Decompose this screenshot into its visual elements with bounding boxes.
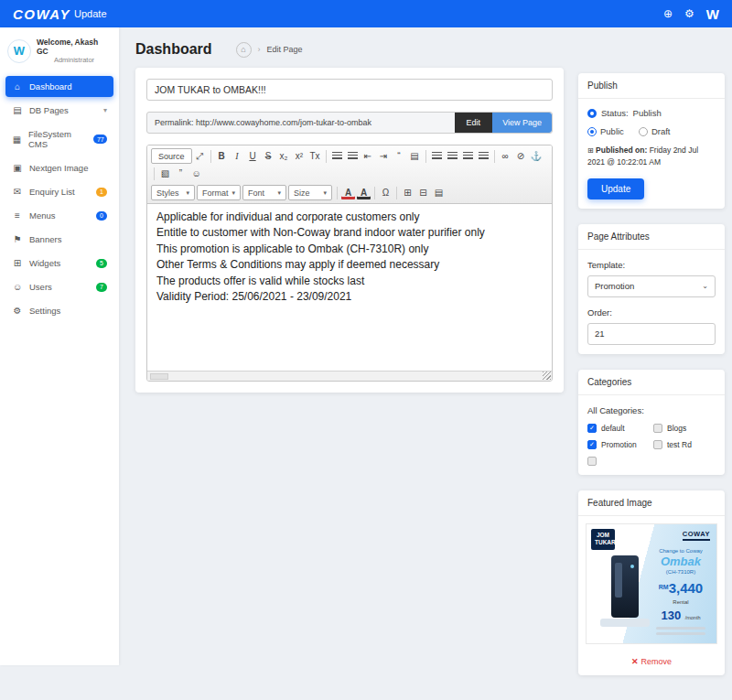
subscript-button[interactable]: x₂ — [276, 148, 292, 164]
align-right-icon[interactable] — [460, 148, 476, 164]
published-on: Published on: Friday 2nd Jul 2021 @ 10:2… — [587, 145, 716, 169]
fine-print-line — [656, 627, 705, 630]
checkbox-checked-icon — [587, 424, 597, 433]
categories-panel: Categories All Categories: default Blogs… — [578, 370, 725, 475]
size-select[interactable]: Size▾ — [288, 185, 332, 200]
toolbar-separator — [494, 150, 495, 163]
page-title: Dashboard — [135, 41, 212, 58]
topbar-actions: W — [663, 6, 719, 22]
horizontal-rule-button[interactable]: ⊟ — [415, 185, 431, 200]
status-label: Status: — [601, 108, 629, 118]
indent-button[interactable]: ⇥ — [376, 148, 392, 164]
category-test-rd[interactable]: test Rd — [653, 440, 716, 449]
home-icon[interactable]: ⌂ — [236, 42, 252, 58]
editor-toolbar-row2: Styles▾Format▾Font▾Size▾AAΩ⊞⊟▤ — [151, 184, 548, 201]
sidebar-item-label: DB Pages — [29, 105, 69, 115]
underline-button[interactable]: U — [245, 148, 261, 164]
template-label: Template: — [587, 260, 716, 270]
category-blogs[interactable]: Blogs — [653, 424, 716, 433]
rental-label: Rental — [643, 599, 717, 607]
radio-draft[interactable]: Draft — [639, 126, 671, 136]
sidebar-item-nextgen-image[interactable]: Nextgen Image — [5, 157, 113, 178]
styles-select[interactable]: Styles▾ — [151, 185, 195, 200]
unlink-button[interactable]: ⊘ — [513, 148, 529, 164]
sidebar-item-label: Menus — [29, 210, 56, 221]
numbered-list-icon[interactable] — [329, 148, 345, 164]
category-default[interactable]: default — [587, 424, 650, 433]
globe-icon[interactable] — [663, 8, 673, 19]
bold-button[interactable]: B — [214, 148, 230, 164]
category-promotion[interactable]: Promotion — [587, 440, 650, 449]
maximize-icon[interactable]: ⤢ — [192, 148, 208, 164]
blockquote-button[interactable]: “ — [392, 148, 407, 164]
anchor-button[interactable]: ⚓ — [529, 148, 544, 164]
align-justify-icon[interactable] — [476, 148, 491, 164]
table-button[interactable]: ⊞ — [400, 185, 415, 200]
page-break-button[interactable]: ▤ — [431, 185, 447, 200]
superscript-button[interactable]: x² — [292, 148, 307, 164]
editor-body[interactable]: Applicable for individual and corporate … — [147, 204, 552, 371]
radio-draft-label: Draft — [651, 126, 671, 136]
sidebar-item-menus[interactable]: Menus 0 — [5, 205, 113, 226]
sidebar-item-widgets[interactable]: Widgets 5 — [5, 253, 113, 274]
view-page-button[interactable]: View Page — [492, 113, 552, 133]
outdent-button[interactable]: ⇤ — [361, 148, 376, 164]
align-center-icon[interactable] — [445, 148, 460, 164]
page-header: Dashboard ⌂ › Edit Page — [135, 41, 564, 58]
resize-grip[interactable] — [543, 372, 551, 380]
strikethrough-button[interactable]: S — [261, 148, 276, 164]
sidebar-menu: Dashboard DB Pages ▾ FileSystem CMS 77 N… — [0, 72, 119, 328]
gears-icon[interactable] — [684, 8, 694, 19]
bulleted-list-icon[interactable] — [345, 148, 361, 164]
chevron-right-icon: › — [258, 45, 261, 54]
sidebar-item-users[interactable]: Users 7 — [5, 276, 113, 297]
sidebar-item-banners[interactable]: Banners — [5, 229, 113, 250]
sidebar-item-db-pages[interactable]: DB Pages ▾ — [5, 100, 113, 121]
avatar: W — [7, 39, 31, 63]
category-empty[interactable] — [587, 457, 650, 466]
count-badge: 1 — [96, 188, 107, 197]
text-color-button[interactable]: A — [340, 185, 356, 200]
logo-suffix: Update — [74, 8, 106, 19]
category-label: default — [601, 424, 625, 433]
source-button[interactable]: Source — [151, 148, 192, 164]
align-left-icon[interactable] — [429, 148, 445, 164]
element-path-chip[interactable] — [150, 373, 168, 380]
role-text: Administrator — [37, 56, 112, 64]
category-label: test Rd — [667, 440, 692, 449]
edit-permalink-button[interactable]: Edit — [455, 113, 493, 133]
font-select[interactable]: Font▾ — [242, 185, 286, 200]
sidebar-item-label: Users — [29, 282, 52, 292]
div-container-button[interactable]: ▤ — [407, 148, 423, 164]
radio-icon — [639, 127, 648, 136]
radio-icon — [587, 127, 597, 136]
link-button[interactable]: ∞ — [498, 148, 513, 164]
quote-button[interactable]: ” — [173, 166, 188, 181]
order-label: Order: — [587, 307, 716, 318]
remove-image-button[interactable]: ✕ Remove — [578, 652, 725, 675]
radio-public-label: Public — [600, 126, 624, 136]
promo-product: Ombak — [643, 555, 717, 569]
template-select[interactable]: Promotion ⌄ — [587, 275, 716, 297]
chevron-down-icon: ⌄ — [702, 282, 708, 290]
bg-color-button[interactable]: A — [356, 185, 371, 200]
radio-public[interactable]: Public — [587, 126, 624, 136]
remove-format-button[interactable]: Tx — [307, 148, 323, 164]
special-char-button[interactable]: Ω — [378, 185, 393, 200]
sidebar-item-dashboard[interactable]: Dashboard — [5, 76, 113, 97]
main-content: Dashboard ⌂ › Edit Page Permalink: http:… — [119, 27, 578, 393]
sidebar-item-enquiry-list[interactable]: Enquiry List 1 — [5, 181, 113, 202]
order-input[interactable] — [587, 323, 716, 345]
page-title-input[interactable] — [146, 79, 553, 101]
sidebar-item-filesystem-cms[interactable]: FileSystem CMS 77 — [5, 124, 113, 155]
banner-icon — [12, 234, 23, 244]
count-badge: 77 — [93, 135, 107, 144]
w-logo[interactable]: W — [706, 6, 719, 22]
image-button[interactable]: ▧ — [157, 166, 173, 181]
sidebar-item-label: FileSystem CMS — [28, 129, 87, 149]
format-select[interactable]: Format▾ — [197, 185, 241, 200]
sidebar-item-settings[interactable]: Settings — [5, 300, 113, 321]
smiley-button[interactable]: ☺ — [188, 166, 204, 181]
update-button[interactable]: Update — [587, 178, 644, 199]
italic-button[interactable]: I — [230, 148, 245, 164]
